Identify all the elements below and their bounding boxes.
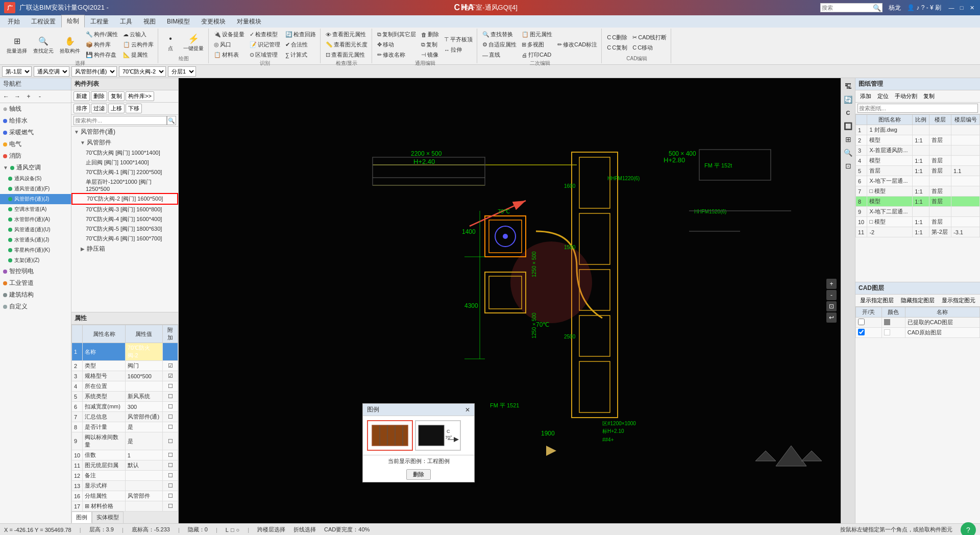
btn-view-face-props[interactable]: ⊡ 查看面元属性	[324, 50, 370, 60]
component-search-button[interactable]: 🔍	[167, 116, 176, 125]
nav-item-hvac[interactable]: ▼ 通风空调	[0, 162, 71, 174]
props-tab-legend[interactable]: 图例	[71, 512, 92, 523]
props-cell-value-6[interactable]: 300	[125, 402, 162, 412]
zoom-fit-btn[interactable]: ⊡	[826, 301, 837, 311]
btn-calc-formula[interactable]: ∑ 计算式	[283, 50, 318, 60]
btn-locate-drawing[interactable]: 定位	[875, 91, 891, 101]
btn-new-component[interactable]: 新建	[74, 91, 90, 101]
btn-pick-component[interactable]: ✋ 拾取构件	[57, 34, 83, 56]
nav-item-smart-elec[interactable]: 智控弱电	[0, 265, 71, 277]
btn-copy-component[interactable]: 复制	[108, 91, 125, 101]
btn-view-element-props[interactable]: 👁 查看图元属性	[324, 30, 370, 39]
btn-air-outlet[interactable]: ◎ 风口	[212, 40, 247, 50]
btn-equipment-qty[interactable]: 🔌 设备提量	[212, 30, 247, 39]
cad-layer-checkbox-1[interactable]	[858, 319, 865, 325]
tab-draw[interactable]: 绘制	[61, 15, 85, 28]
cad-layer-row-1[interactable]: 已提取的CAD图层	[856, 318, 980, 328]
props-cell-check-1[interactable]	[163, 343, 178, 361]
nav-forward-btn[interactable]: →	[12, 91, 22, 102]
props-cell-value-4[interactable]	[125, 381, 162, 392]
tab-bim-model[interactable]: BIM模型	[161, 15, 195, 28]
nav-item-electric[interactable]: 电气	[0, 138, 71, 150]
props-cell-check-10[interactable]: ☐	[163, 450, 178, 460]
cad-layer-onoff-1[interactable]	[856, 318, 882, 328]
tab-change-module[interactable]: 变更模块	[195, 15, 231, 28]
btn-multi-view[interactable]: ⊞ 多视图	[520, 40, 554, 50]
props-cell-check-6[interactable]: ☐	[163, 402, 178, 412]
btn-straight-line[interactable]: — 直线	[480, 50, 519, 60]
btn-view-element-len[interactable]: 📏 查看图元长度	[324, 40, 370, 50]
spec-select[interactable]: 70℃防火阀-2	[119, 66, 166, 77]
props-cell-value-17[interactable]	[125, 501, 162, 512]
props-cell-value-3[interactable]: 1600*500	[125, 371, 162, 381]
status-cross-select[interactable]: 跨楼层选择	[257, 526, 285, 533]
tree-item-valve3[interactable]: 70℃防火阀-2 [阀门] 1600*500]	[71, 193, 178, 205]
props-cell-check-17[interactable]: ☐	[163, 501, 178, 512]
drawing-row-5[interactable]: 5首层1:1首层1.1	[856, 166, 980, 176]
side-icon-build[interactable]: 🏗	[842, 80, 854, 92]
cad-layer-row-2[interactable]: CAD原始图层	[856, 328, 980, 338]
btn-c-move[interactable]: C C移动	[630, 43, 669, 53]
nav-item-duct-tunnel[interactable]: 风管通道(通)(U)	[0, 225, 71, 235]
btn-cad-break[interactable]: ✂ CAD线打断	[630, 33, 669, 42]
side-icon-grid[interactable]: ⊞	[842, 133, 854, 145]
btn-one-click[interactable]: ⚡ 一键提量	[181, 31, 206, 54]
props-cell-value-2[interactable]: 阀门	[125, 361, 162, 371]
component-search-input[interactable]	[74, 116, 167, 125]
component-select[interactable]: 风管部件(通)	[71, 66, 117, 77]
drawing-row-8[interactable]: 8模型1:1首层	[856, 197, 980, 207]
tree-item-valve2[interactable]: 70℃防火阀-1 [阀门] 2200*500]	[71, 167, 178, 177]
props-cell-check-3[interactable]: ☑	[163, 371, 178, 381]
props-cell-value-1[interactable]: 70℃防火阀-2	[125, 343, 162, 361]
btn-flush-top[interactable]: ⊤ 平齐板顶	[442, 35, 475, 44]
props-cell-value-16[interactable]: 风管部件	[125, 491, 162, 501]
system-select[interactable]: 通风空调	[34, 66, 69, 77]
btn-auto-split[interactable]: 手动分割	[892, 91, 920, 101]
props-tab-solid-model[interactable]: 实体模型	[92, 512, 124, 523]
drawings-search-input[interactable]	[857, 104, 978, 113]
search-input[interactable]	[822, 5, 873, 11]
btn-region-mgmt[interactable]: ⊙ 区域管理	[248, 50, 282, 60]
btn-component-library[interactable]: 📦 构件库	[84, 40, 120, 50]
props-cell-check-7[interactable]: ☐	[163, 412, 178, 422]
drawing-row-9[interactable]: 9X-地下二层通...	[856, 207, 980, 217]
zoom-out-btn[interactable]: -	[826, 290, 837, 300]
nav-item-misc[interactable]: 零星构件(通)(K)	[0, 245, 71, 255]
side-icon-refresh[interactable]: 🔄	[842, 93, 854, 106]
nav-item-hvac-water-pipe[interactable]: 空调水管道(A)	[0, 204, 71, 214]
btn-c-copy[interactable]: C C复制	[605, 43, 629, 53]
props-cell-check-5[interactable]: ☐	[163, 392, 178, 402]
btn-copy-to-floor[interactable]: ⧉ 复制到其它层	[375, 30, 418, 39]
side-icon-box[interactable]: ⊡	[842, 160, 854, 172]
nav-new-btn[interactable]: +	[23, 91, 34, 102]
props-cell-value-11[interactable]: 默认	[125, 460, 162, 471]
props-cell-value-5[interactable]: 新风系统	[125, 392, 162, 402]
props-cell-check-13[interactable]: ☐	[163, 481, 178, 491]
nav-item-hvac-equip[interactable]: 通风设备(S)	[0, 174, 71, 184]
legend-titlebar[interactable]: 图例 ✕	[363, 404, 474, 416]
btn-modify-name[interactable]: ✏ 修改名称	[375, 50, 418, 60]
btn-mirror[interactable]: ⊣ 镜像	[419, 50, 441, 60]
tree-item-valve7[interactable]: 70℃防火阀-6 [阀门] 1600*700]	[71, 234, 178, 244]
tree-item-valve6[interactable]: 70℃防火阀-5 [阀门] 1800*630]	[71, 224, 178, 234]
nav-item-hvac-duct-parts[interactable]: 风管部件(通)(J)	[0, 194, 71, 204]
tree-duct-parts[interactable]: ▼ 风管部件	[71, 137, 178, 148]
btn-hide-specified-layer[interactable]: 隐藏指定图层	[898, 296, 937, 305]
tree-item-valve4[interactable]: 70℃防火阀-3 [阀门] 1600*800]	[71, 205, 178, 214]
tab-compare-module[interactable]: 对量模块	[231, 15, 267, 28]
legend-item-1[interactable]	[367, 420, 413, 451]
props-cell-check-11[interactable]: ☐	[163, 460, 178, 471]
nav-item-water-fitting[interactable]: 水管通头(通)(J)	[0, 235, 71, 245]
props-cell-check-12[interactable]: ☐	[163, 471, 178, 481]
legend-close-icon[interactable]: ✕	[465, 406, 470, 414]
btn-material-table[interactable]: 📋 材料表	[212, 50, 247, 60]
drawing-row-7[interactable]: 7□ 模型1:1首层	[856, 186, 980, 197]
nav-item-hvac-duct[interactable]: 通风管道(通)(F)	[0, 184, 71, 194]
tree-item-louvre[interactable]: 单层百叶-1200*1000 [阀门 1250*500	[71, 177, 178, 193]
btn-record-mgmt[interactable]: 📝 识记管理	[248, 40, 282, 50]
btn-batch-select[interactable]: ⊞ 批量选择	[4, 34, 30, 56]
btn-delete[interactable]: 🗑 删除	[419, 30, 441, 39]
btn-legality[interactable]: ✔ 合法性	[283, 40, 318, 50]
maximize-button[interactable]: □	[958, 4, 966, 12]
tree-item-valve1[interactable]: 70℃防火阀 [阀门] 1000*1400]	[71, 148, 178, 158]
